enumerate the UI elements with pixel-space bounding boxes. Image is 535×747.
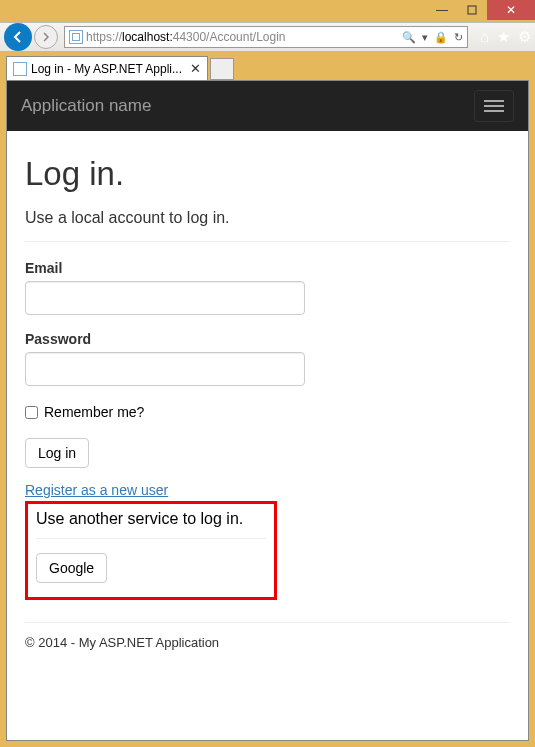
maximize-button[interactable]	[457, 0, 487, 20]
email-group: Email	[25, 260, 510, 315]
url-scheme: https://	[86, 30, 122, 44]
dropdown-icon[interactable]: ▾	[422, 31, 428, 44]
refresh-icon[interactable]: ↻	[454, 31, 463, 44]
url-host: localhost:	[122, 30, 173, 44]
email-label: Email	[25, 260, 510, 276]
password-group: Password	[25, 331, 510, 386]
close-window-button[interactable]: ✕	[487, 0, 535, 20]
google-login-button[interactable]: Google	[36, 553, 107, 583]
divider	[36, 538, 266, 539]
email-field[interactable]	[25, 281, 305, 315]
page-content: Log in. Use a local account to log in. E…	[7, 131, 528, 740]
home-icon[interactable]: ⌂	[480, 28, 489, 46]
toolbar-icons: ⌂ ★ ⚙	[480, 28, 531, 46]
app-navbar: Application name	[7, 81, 528, 131]
search-icon[interactable]: 🔍	[402, 31, 416, 44]
browser-window: — ✕ https://localhost:44300/Account/Logi…	[0, 0, 535, 747]
browser-toolbar: https://localhost:44300/Account/Login 🔍 …	[0, 22, 535, 52]
hamburger-bar-icon	[484, 105, 504, 107]
register-link[interactable]: Register as a new user	[25, 482, 168, 498]
tab-bar: Log in - My ASP.NET Appli... ✕	[0, 52, 535, 80]
minimize-button[interactable]: —	[427, 0, 457, 20]
page-title: Log in.	[25, 155, 510, 193]
titlebar: — ✕	[0, 0, 535, 22]
hamburger-button[interactable]	[474, 90, 514, 122]
settings-icon[interactable]: ⚙	[518, 28, 531, 46]
url-text: https://localhost:44300/Account/Login	[86, 30, 399, 44]
password-label: Password	[25, 331, 510, 347]
brand-link[interactable]: Application name	[21, 96, 151, 116]
favorites-icon[interactable]: ★	[497, 28, 510, 46]
password-field[interactable]	[25, 352, 305, 386]
back-button[interactable]	[4, 23, 32, 51]
hamburger-bar-icon	[484, 110, 504, 112]
tab-close-icon[interactable]: ✕	[190, 61, 201, 76]
lock-icon: 🔒	[434, 31, 448, 44]
new-tab-button[interactable]	[210, 58, 234, 80]
page-viewport: Application name Log in. Use a local acc…	[6, 80, 529, 741]
svg-rect-0	[468, 6, 476, 14]
remember-label: Remember me?	[44, 404, 144, 420]
remember-checkbox[interactable]	[25, 406, 38, 419]
hamburger-bar-icon	[484, 100, 504, 102]
footer-text: © 2014 - My ASP.NET Application	[25, 635, 510, 650]
forward-button[interactable]	[34, 25, 58, 49]
remember-row: Remember me?	[25, 404, 510, 420]
page-icon	[69, 30, 83, 44]
browser-tab[interactable]: Log in - My ASP.NET Appli... ✕	[6, 56, 208, 80]
tab-favicon	[13, 62, 27, 76]
external-login-highlight: Use another service to log in. Google	[25, 501, 277, 600]
url-path: 44300/Account/Login	[173, 30, 286, 44]
external-login-head: Use another service to log in.	[36, 510, 266, 528]
address-bar[interactable]: https://localhost:44300/Account/Login 🔍 …	[64, 26, 468, 48]
page-subhead: Use a local account to log in.	[25, 209, 510, 227]
divider	[25, 622, 510, 623]
address-tools: 🔍 ▾ 🔒 ↻	[402, 31, 463, 44]
divider	[25, 241, 510, 242]
tab-title: Log in - My ASP.NET Appli...	[31, 62, 182, 76]
login-button[interactable]: Log in	[25, 438, 89, 468]
